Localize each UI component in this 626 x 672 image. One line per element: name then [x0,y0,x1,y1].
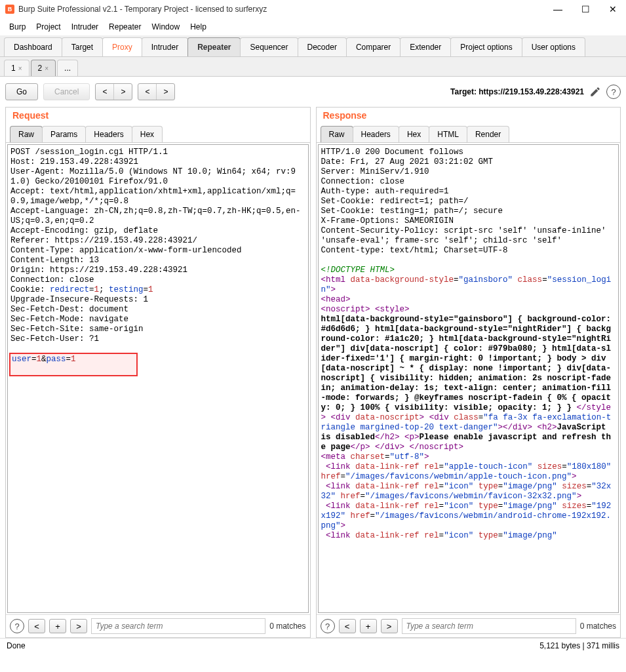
menu-window[interactable]: Window [147,21,184,33]
help-icon[interactable]: ? [321,619,335,633]
search-input[interactable] [402,618,576,634]
response-tabs: Raw Headers Hex HTML Render [317,126,621,143]
tab-sequencer[interactable]: Sequencer [240,37,298,56]
search-prev-button[interactable]: < [339,619,356,633]
search-input[interactable] [91,618,265,634]
window-title: Burp Suite Professional v2.1 - Temporary… [18,5,550,14]
request-pane: Request Raw Params Headers Hex POST /ses… [5,107,311,638]
search-next-button[interactable]: > [381,619,398,633]
response-viewer[interactable]: HTTP/1.0 200 Document follows Date: Fri,… [318,144,619,613]
request-tabs: Raw Params Headers Hex [6,126,310,143]
go-button[interactable]: Go [5,83,38,100]
response-tab-hex[interactable]: Hex [399,126,429,142]
request-title: Request [6,108,310,126]
response-tab-raw[interactable]: Raw [321,126,353,142]
maximize-button[interactable]: ☐ [577,1,593,17]
menu-project[interactable]: Project [32,21,64,33]
search-add-button[interactable]: + [49,619,66,633]
request-tab-params[interactable]: Params [42,126,86,142]
subtab-more[interactable]: ... [57,60,78,76]
close-icon[interactable]: × [45,65,49,72]
tab-user-options[interactable]: User options [522,37,585,56]
prev-button[interactable]: < [96,84,114,100]
close-button[interactable]: ✕ [605,1,621,17]
request-tab-raw[interactable]: Raw [10,126,43,142]
help-icon[interactable]: ? [10,619,24,633]
response-tab-headers[interactable]: Headers [353,126,399,142]
help-icon[interactable]: ? [606,85,621,99]
matches-label: 0 matches [580,622,616,631]
next2-button[interactable]: > [157,84,174,100]
tab-proxy[interactable]: Proxy [102,37,142,56]
statusbar: Done 5,121 bytes | 371 millis [0,638,626,653]
main-tabs: Dashboard Target Proxy Intruder Repeater… [0,35,626,57]
response-tab-render[interactable]: Render [467,126,509,142]
tab-decoder[interactable]: Decoder [298,37,347,56]
app-icon: B [5,5,14,14]
cancel-button[interactable]: Cancel [43,83,90,100]
tab-extender[interactable]: Extender [400,37,451,56]
history-nav-2: < > [138,83,175,100]
request-body-highlight: user=1&pass=1 [10,354,136,375]
target-label: Target: https://219.153.49.228:43921 [450,87,584,96]
response-search: ? < + > 0 matches [317,614,621,637]
panes: Request Raw Params Headers Hex POST /ses… [0,107,626,638]
next-button[interactable]: > [114,84,132,100]
tab-target[interactable]: Target [62,37,103,56]
search-add-button[interactable]: + [360,619,377,633]
menu-intruder[interactable]: Intruder [68,21,102,33]
status-left: Done [7,641,26,650]
response-title: Response [317,108,621,126]
matches-label: 0 matches [269,622,305,631]
subtab-1[interactable]: 1× [4,60,29,76]
menu-burp[interactable]: Burp [5,21,29,33]
pencil-icon[interactable] [589,86,601,98]
subtab-2[interactable]: 2× [31,60,56,76]
menu-help[interactable]: Help [186,21,210,33]
request-search: ? < + > 0 matches [6,614,310,637]
history-nav-1: < > [95,83,132,100]
request-tab-headers[interactable]: Headers [85,126,132,142]
search-prev-button[interactable]: < [28,619,45,633]
menu-repeater[interactable]: Repeater [105,21,145,33]
titlebar: B Burp Suite Professional v2.1 - Tempora… [0,0,626,18]
request-editor[interactable]: POST /session_login.cgi HTTP/1.1 Host: 2… [7,144,309,613]
tab-intruder[interactable]: Intruder [142,37,188,56]
response-pane: Response Raw Headers Hex HTML Render HTT… [316,107,621,638]
search-next-button[interactable]: > [70,619,87,633]
status-right: 5,121 bytes | 371 millis [539,641,619,650]
tab-comparer[interactable]: Comparer [346,37,401,56]
window-controls: — ☐ ✕ [550,1,621,17]
menubar: Burp Project Intruder Repeater Window He… [0,18,626,35]
minimize-button[interactable]: — [550,1,566,17]
prev2-button[interactable]: < [138,84,157,100]
repeater-toolbar: Go Cancel < > < > Target: https://219.15… [0,77,626,107]
tab-dashboard[interactable]: Dashboard [4,37,62,56]
tab-repeater[interactable]: Repeater [187,37,241,56]
request-tab-hex[interactable]: Hex [132,126,163,142]
tab-project-options[interactable]: Project options [450,37,522,56]
repeater-subtabs: 1× 2× ... [0,57,626,77]
close-icon[interactable]: × [18,65,22,72]
response-tab-html[interactable]: HTML [429,126,467,142]
